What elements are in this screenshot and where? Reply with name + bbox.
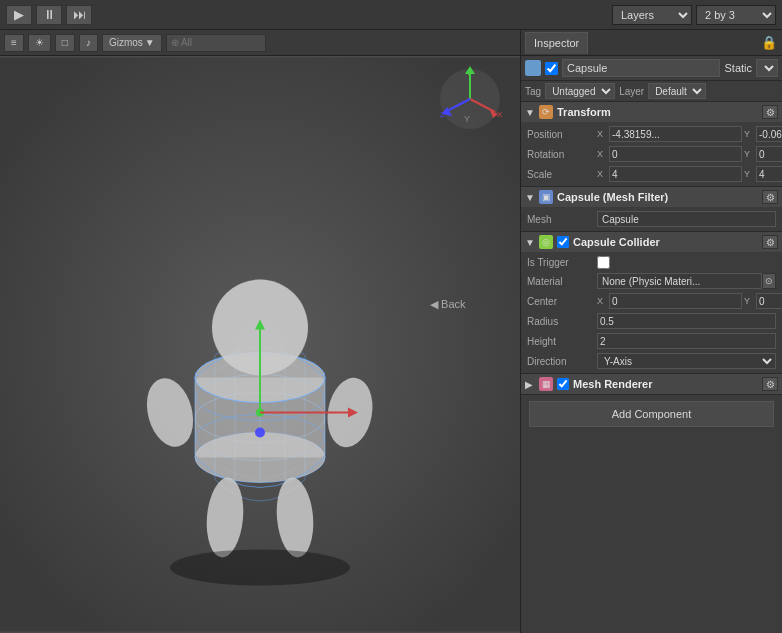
layer-label: Layer [619, 86, 644, 97]
collider-enabled-checkbox[interactable] [557, 236, 569, 248]
position-row: Position X Y Z [521, 124, 782, 144]
capsule-collider-section: ▼ ◎ Capsule Collider ⚙ Is Trigger [521, 232, 782, 374]
rotation-xyz: X Y Z [597, 146, 782, 162]
radius-row: Radius [521, 311, 782, 331]
gizmos-button[interactable]: Gizmos ▼ [102, 34, 162, 52]
capsule-collider-header[interactable]: ▼ ◎ Capsule Collider ⚙ [521, 232, 782, 252]
renderer-icon: ▦ [539, 377, 553, 391]
scale-x-input[interactable] [609, 166, 742, 182]
is-trigger-checkbox[interactable] [597, 256, 610, 269]
viewport-toolbar: ≡ ☀ □ ♪ Gizmos ▼ [0, 30, 520, 56]
object-enabled-checkbox[interactable] [545, 62, 558, 75]
radius-input[interactable] [597, 313, 776, 329]
tag-label: Tag [525, 86, 541, 97]
renderer-enabled-checkbox[interactable] [557, 378, 569, 390]
center-x-label: X [597, 296, 607, 306]
scale-xyz: X Y Z [597, 166, 782, 182]
search-input[interactable] [166, 34, 266, 52]
static-label: Static [724, 62, 752, 74]
skybox-button[interactable]: □ [55, 34, 75, 52]
rot-x-label: X [597, 149, 607, 159]
center-xyz: X Y Z [597, 293, 782, 309]
mesh-renderer-section: ▶ ▦ Mesh Renderer ⚙ [521, 374, 782, 395]
scale-y-label: Y [744, 169, 754, 179]
position-x-input[interactable] [609, 126, 742, 142]
inspector-tab-label: Inspector [534, 37, 579, 49]
svg-text:◀ Back: ◀ Back [430, 298, 466, 310]
transform-title: Transform [557, 106, 758, 118]
mesh-filter-settings-button[interactable]: ⚙ [762, 190, 778, 204]
add-component-button[interactable]: Add Component [529, 401, 774, 427]
layout-toggle-button[interactable]: ≡ [4, 34, 24, 52]
collider-settings-button[interactable]: ⚙ [762, 235, 778, 249]
svg-text:Z: Z [440, 110, 445, 119]
step-button[interactable]: ⏭ [66, 5, 92, 25]
inspector-panel: Inspector 🔒 Static Tag Untagged [520, 30, 782, 633]
capsule-collider-title: Capsule Collider [573, 236, 758, 248]
svg-point-34 [255, 428, 265, 438]
renderer-arrow-icon: ▶ [525, 379, 535, 390]
main-layout: ≡ ☀ □ ♪ Gizmos ▼ [0, 30, 782, 633]
layer-dropdown[interactable]: Default [648, 83, 706, 99]
gizmos-arrow: ▼ [145, 37, 155, 48]
material-select-button[interactable]: ⊙ [762, 273, 776, 289]
transform-section: ▼ ⟳ Transform ⚙ Position X Y [521, 102, 782, 187]
inspector-tab[interactable]: Inspector [525, 32, 588, 54]
transform-icon: ⟳ [539, 105, 553, 119]
position-label: Position [527, 129, 597, 140]
rotation-row: Rotation X Y Z [521, 144, 782, 164]
height-input[interactable] [597, 333, 776, 349]
center-y-input[interactable] [756, 293, 782, 309]
is-trigger-label: Is Trigger [527, 257, 597, 268]
mesh-label: Mesh [527, 214, 597, 225]
audio-button[interactable]: ♪ [79, 34, 98, 52]
mesh-filter-title: Capsule (Mesh Filter) [557, 191, 758, 203]
height-row: Height [521, 331, 782, 351]
inspector-tab-bar: Inspector 🔒 [521, 30, 782, 56]
play-button[interactable]: ▶ [6, 5, 32, 25]
viewport-3d[interactable]: ◀ Back Y X Z [0, 56, 520, 633]
scale-label: Scale [527, 169, 597, 180]
material-value[interactable]: None (Physic Materi... [597, 273, 762, 289]
center-label: Center [527, 296, 597, 307]
direction-label: Direction [527, 356, 597, 367]
gizmos-label: Gizmos [109, 37, 143, 48]
direction-row: Direction Y-Axis [521, 351, 782, 371]
direction-dropdown[interactable]: Y-Axis [597, 353, 776, 369]
mesh-filter-icon: ▣ [539, 190, 553, 204]
layers-dropdown[interactable]: Layers [612, 5, 692, 25]
is-trigger-row: Is Trigger [521, 254, 782, 271]
mesh-renderer-header[interactable]: ▶ ▦ Mesh Renderer ⚙ [521, 374, 782, 394]
pause-button[interactable]: ⏸ [36, 5, 62, 25]
collider-icon: ◎ [539, 235, 553, 249]
static-dropdown[interactable] [756, 59, 778, 77]
mesh-renderer-title: Mesh Renderer [573, 378, 758, 390]
inspector-content: Static Tag Untagged Layer Default ▼ [521, 56, 782, 633]
transform-header[interactable]: ▼ ⟳ Transform ⚙ [521, 102, 782, 122]
inspector-lock-button[interactable]: 🔒 [760, 34, 778, 52]
material-row: Material None (Physic Materi... ⊙ [521, 271, 782, 291]
rotation-y-input[interactable] [756, 146, 782, 162]
transform-settings-button[interactable]: ⚙ [762, 105, 778, 119]
renderer-settings-button[interactable]: ⚙ [762, 377, 778, 391]
scale-row: Scale X Y Z [521, 164, 782, 184]
center-x-input[interactable] [609, 293, 742, 309]
mesh-filter-arrow-icon: ▼ [525, 192, 535, 203]
gizmo-container: Y X Z Y [435, 64, 505, 134]
position-y-input[interactable] [756, 126, 782, 142]
layout-dropdown[interactable]: 2 by 3 [696, 5, 776, 25]
mesh-value[interactable]: Capsule [597, 211, 776, 227]
mesh-filter-props: Mesh Capsule [521, 207, 782, 231]
transform-props: Position X Y Z Rotation [521, 122, 782, 186]
tag-layer-row: Tag Untagged Layer Default [521, 81, 782, 102]
pos-y-label: Y [744, 129, 754, 139]
object-name-input[interactable] [562, 59, 720, 77]
svg-text:Y: Y [464, 114, 470, 124]
scale-y-input[interactable] [756, 166, 782, 182]
mesh-filter-header[interactable]: ▼ ▣ Capsule (Mesh Filter) ⚙ [521, 187, 782, 207]
rot-y-label: Y [744, 149, 754, 159]
tag-dropdown[interactable]: Untagged [545, 83, 615, 99]
lighting-button[interactable]: ☀ [28, 34, 51, 52]
capsule-collider-props: Is Trigger Material None (Physic Materi.… [521, 252, 782, 373]
rotation-x-input[interactable] [609, 146, 742, 162]
